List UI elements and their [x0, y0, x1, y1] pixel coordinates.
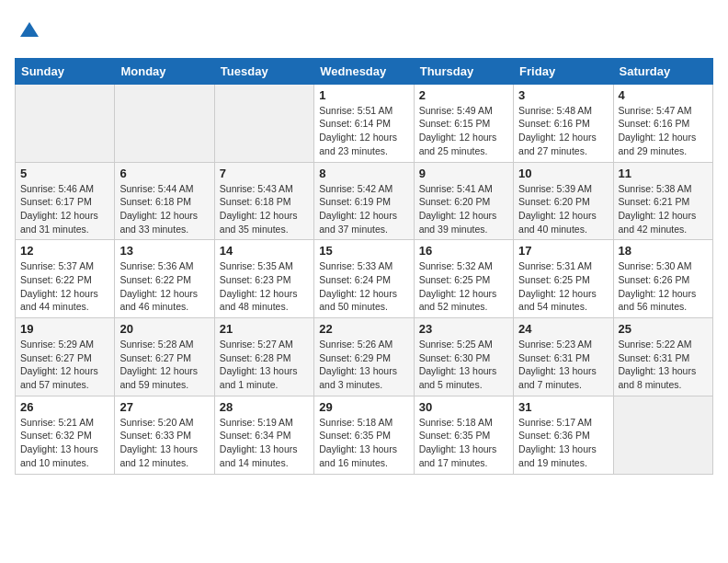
calendar-cell: 14Sunrise: 5:35 AMSunset: 6:23 PMDayligh… — [214, 240, 313, 318]
calendar-cell: 11Sunrise: 5:38 AMSunset: 6:21 PMDayligh… — [613, 162, 712, 240]
calendar-day-header: Friday — [514, 58, 613, 84]
day-number: 15 — [319, 244, 408, 258]
day-info: Sunrise: 5:35 AMSunset: 6:23 PMDaylight:… — [220, 259, 309, 314]
calendar-cell — [214, 84, 313, 162]
page-header — [15, 15, 713, 49]
calendar-cell: 13Sunrise: 5:36 AMSunset: 6:22 PMDayligh… — [115, 240, 214, 318]
calendar-cell: 29Sunrise: 5:18 AMSunset: 6:35 PMDayligh… — [314, 396, 414, 474]
day-info: Sunrise: 5:51 AMSunset: 6:14 PMDaylight:… — [319, 104, 408, 158]
calendar-header-row: SundayMondayTuesdayWednesdayThursdayFrid… — [16, 58, 713, 84]
day-number: 30 — [419, 400, 508, 414]
calendar-cell: 30Sunrise: 5:18 AMSunset: 6:35 PMDayligh… — [414, 396, 513, 474]
day-info: Sunrise: 5:42 AMSunset: 6:19 PMDaylight:… — [319, 182, 408, 236]
calendar-day-header: Wednesday — [314, 58, 414, 84]
calendar-day-header: Saturday — [613, 58, 712, 84]
day-number: 22 — [319, 322, 408, 336]
calendar-week-row: 26Sunrise: 5:21 AMSunset: 6:32 PMDayligh… — [16, 396, 713, 474]
calendar-cell: 31Sunrise: 5:17 AMSunset: 6:36 PMDayligh… — [514, 396, 613, 474]
day-number: 31 — [518, 400, 608, 414]
day-info: Sunrise: 5:49 AMSunset: 6:15 PMDaylight:… — [419, 104, 508, 158]
calendar-week-row: 5Sunrise: 5:46 AMSunset: 6:17 PMDaylight… — [16, 162, 713, 240]
calendar-cell: 7Sunrise: 5:43 AMSunset: 6:18 PMDaylight… — [214, 162, 313, 240]
calendar-cell: 5Sunrise: 5:46 AMSunset: 6:17 PMDaylight… — [16, 162, 115, 240]
calendar-cell: 26Sunrise: 5:21 AMSunset: 6:32 PMDayligh… — [16, 396, 115, 474]
day-number: 17 — [518, 244, 608, 258]
day-number: 14 — [220, 244, 309, 258]
day-info: Sunrise: 5:48 AMSunset: 6:16 PMDaylight:… — [518, 104, 608, 158]
day-number: 26 — [20, 400, 109, 414]
calendar-cell: 23Sunrise: 5:25 AMSunset: 6:30 PMDayligh… — [414, 318, 513, 396]
day-number: 27 — [119, 400, 209, 414]
day-info: Sunrise: 5:26 AMSunset: 6:29 PMDaylight:… — [319, 338, 408, 392]
calendar-day-header: Sunday — [16, 58, 115, 84]
day-number: 1 — [319, 88, 408, 102]
day-number: 4 — [619, 88, 708, 102]
calendar-cell: 19Sunrise: 5:29 AMSunset: 6:27 PMDayligh… — [16, 318, 115, 396]
day-number: 20 — [119, 322, 209, 336]
day-number: 7 — [220, 167, 309, 180]
day-info: Sunrise: 5:36 AMSunset: 6:22 PMDaylight:… — [119, 259, 209, 314]
day-info: Sunrise: 5:27 AMSunset: 6:28 PMDaylight:… — [220, 338, 309, 392]
day-number: 3 — [518, 88, 608, 102]
calendar-cell — [613, 396, 712, 474]
svg-marker-0 — [20, 22, 39, 37]
calendar-cell — [115, 84, 214, 162]
day-number: 11 — [619, 167, 708, 180]
day-number: 10 — [518, 167, 608, 180]
calendar-cell: 12Sunrise: 5:37 AMSunset: 6:22 PMDayligh… — [16, 240, 115, 318]
day-info: Sunrise: 5:33 AMSunset: 6:24 PMDaylight:… — [319, 259, 408, 314]
logo-icon — [17, 18, 42, 44]
day-info: Sunrise: 5:37 AMSunset: 6:22 PMDaylight:… — [20, 259, 109, 314]
calendar-cell: 6Sunrise: 5:44 AMSunset: 6:18 PMDaylight… — [115, 162, 214, 240]
day-info: Sunrise: 5:17 AMSunset: 6:36 PMDaylight:… — [518, 416, 608, 470]
day-info: Sunrise: 5:32 AMSunset: 6:25 PMDaylight:… — [419, 259, 508, 314]
day-info: Sunrise: 5:39 AMSunset: 6:20 PMDaylight:… — [518, 182, 608, 236]
day-info: Sunrise: 5:22 AMSunset: 6:31 PMDaylight:… — [619, 338, 708, 392]
calendar-table: SundayMondayTuesdayWednesdayThursdayFrid… — [15, 58, 713, 475]
day-number: 24 — [518, 322, 608, 336]
day-info: Sunrise: 5:18 AMSunset: 6:35 PMDaylight:… — [319, 416, 408, 470]
day-info: Sunrise: 5:38 AMSunset: 6:21 PMDaylight:… — [619, 182, 708, 236]
calendar-cell: 1Sunrise: 5:51 AMSunset: 6:14 PMDaylight… — [314, 84, 414, 162]
calendar-week-row: 12Sunrise: 5:37 AMSunset: 6:22 PMDayligh… — [16, 240, 713, 318]
day-number: 29 — [319, 400, 408, 414]
calendar-body: 1Sunrise: 5:51 AMSunset: 6:14 PMDaylight… — [16, 84, 713, 474]
calendar-week-row: 1Sunrise: 5:51 AMSunset: 6:14 PMDaylight… — [16, 84, 713, 162]
day-info: Sunrise: 5:41 AMSunset: 6:20 PMDaylight:… — [419, 182, 508, 236]
calendar-cell: 18Sunrise: 5:30 AMSunset: 6:26 PMDayligh… — [613, 240, 712, 318]
day-info: Sunrise: 5:31 AMSunset: 6:25 PMDaylight:… — [518, 259, 608, 314]
calendar-week-row: 19Sunrise: 5:29 AMSunset: 6:27 PMDayligh… — [16, 318, 713, 396]
calendar-cell: 28Sunrise: 5:19 AMSunset: 6:34 PMDayligh… — [214, 396, 313, 474]
day-info: Sunrise: 5:47 AMSunset: 6:16 PMDaylight:… — [619, 104, 708, 158]
logo — [15, 18, 42, 49]
day-info: Sunrise: 5:21 AMSunset: 6:32 PMDaylight:… — [20, 416, 109, 470]
calendar-cell: 17Sunrise: 5:31 AMSunset: 6:25 PMDayligh… — [514, 240, 613, 318]
day-number: 12 — [20, 244, 109, 258]
calendar-cell: 8Sunrise: 5:42 AMSunset: 6:19 PMDaylight… — [314, 162, 414, 240]
day-number: 16 — [419, 244, 508, 258]
day-number: 28 — [220, 400, 309, 414]
day-number: 19 — [20, 322, 109, 336]
calendar-cell — [16, 84, 115, 162]
calendar-cell: 2Sunrise: 5:49 AMSunset: 6:15 PMDaylight… — [414, 84, 513, 162]
day-number: 13 — [119, 244, 209, 258]
day-info: Sunrise: 5:29 AMSunset: 6:27 PMDaylight:… — [20, 338, 109, 392]
day-number: 23 — [419, 322, 508, 336]
calendar-cell: 20Sunrise: 5:28 AMSunset: 6:27 PMDayligh… — [115, 318, 214, 396]
calendar-cell: 21Sunrise: 5:27 AMSunset: 6:28 PMDayligh… — [214, 318, 313, 396]
day-number: 9 — [419, 167, 508, 180]
day-info: Sunrise: 5:19 AMSunset: 6:34 PMDaylight:… — [220, 416, 309, 470]
day-info: Sunrise: 5:44 AMSunset: 6:18 PMDaylight:… — [119, 182, 209, 236]
calendar-cell: 27Sunrise: 5:20 AMSunset: 6:33 PMDayligh… — [115, 396, 214, 474]
calendar-cell: 3Sunrise: 5:48 AMSunset: 6:16 PMDaylight… — [514, 84, 613, 162]
calendar-cell: 9Sunrise: 5:41 AMSunset: 6:20 PMDaylight… — [414, 162, 513, 240]
calendar-day-header: Tuesday — [214, 58, 313, 84]
day-number: 8 — [319, 167, 408, 180]
day-number: 25 — [619, 322, 708, 336]
day-info: Sunrise: 5:23 AMSunset: 6:31 PMDaylight:… — [518, 338, 608, 392]
day-number: 6 — [119, 167, 209, 180]
calendar-cell: 25Sunrise: 5:22 AMSunset: 6:31 PMDayligh… — [613, 318, 712, 396]
calendar-cell: 4Sunrise: 5:47 AMSunset: 6:16 PMDaylight… — [613, 84, 712, 162]
calendar-cell: 16Sunrise: 5:32 AMSunset: 6:25 PMDayligh… — [414, 240, 513, 318]
day-info: Sunrise: 5:18 AMSunset: 6:35 PMDaylight:… — [419, 416, 508, 470]
